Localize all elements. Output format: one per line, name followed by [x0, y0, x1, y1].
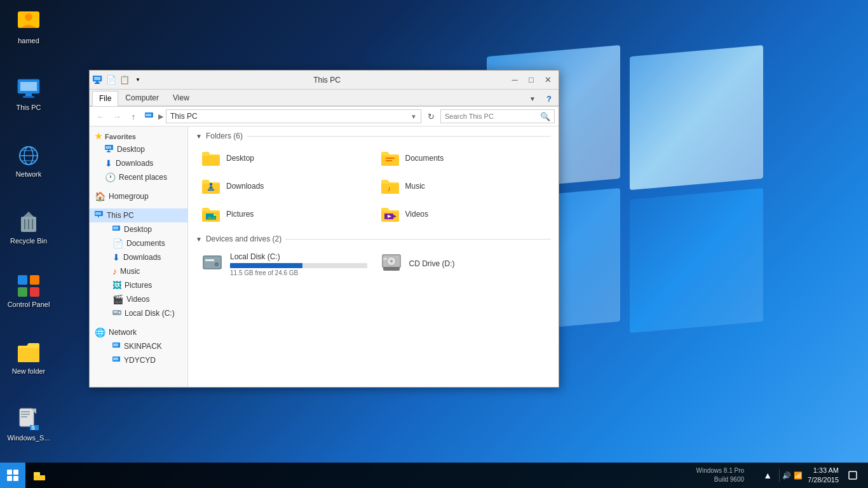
svg-rect-28	[94, 77, 100, 80]
drive-item-c[interactable]: Local Disk (C:) 11.5 GB free of 24.6 GB	[196, 248, 372, 280]
desktop-icon-this-pc[interactable]: This PC	[6, 76, 51, 112]
svg-rect-41	[113, 227, 118, 230]
pc-documents-icon: 📄	[112, 238, 123, 248]
start-button[interactable]	[0, 463, 25, 488]
cd-drive-d-info: CD Drive (D:)	[409, 259, 546, 270]
downloads-nav-icon: ⬇	[105, 158, 112, 168]
explorer-title: This PC	[147, 76, 506, 85]
svg-rect-16	[18, 275, 27, 285]
folder-item-desktop[interactable]: Desktop	[196, 146, 372, 171]
forward-button[interactable]: →	[110, 109, 124, 123]
folder-documents-label: Documents	[405, 154, 444, 163]
desktop-icon-new-folder[interactable]: New folder	[6, 340, 51, 376]
sidebar-item-network[interactable]: 🌐 Network	[90, 325, 187, 339]
svg-marker-11	[24, 212, 34, 217]
desktop-icon-hamed[interactable]: hamed	[6, 10, 51, 45]
svg-text:S: S	[31, 424, 35, 431]
sidebar-item-skinpack[interactable]: SKINPACK	[90, 339, 187, 353]
folder-downloads-label: Downloads	[226, 182, 264, 191]
notification-button[interactable]	[844, 463, 862, 488]
svg-rect-52	[210, 183, 212, 186]
content-area: ★ Favorites Desktop	[90, 126, 559, 387]
svg-text:♪: ♪	[387, 184, 391, 193]
svg-rect-3	[20, 82, 37, 91]
window-controls: ─ □ ✕	[506, 72, 556, 88]
refresh-button[interactable]: ↻	[424, 109, 438, 123]
start-quad-br	[13, 476, 18, 481]
tb-qat-dropdown[interactable]: ▼	[132, 74, 144, 86]
taskbar-explorer-btn[interactable]	[25, 463, 53, 488]
ribbon-expand-btn[interactable]: ▼	[526, 92, 539, 105]
close-button[interactable]: ✕	[539, 72, 556, 88]
network-status-icon[interactable]: 📶	[794, 471, 803, 480]
folder-pictures-label: Pictures	[226, 210, 254, 219]
up-button[interactable]: ↑	[126, 109, 140, 123]
folder-item-downloads[interactable]: Downloads	[196, 173, 372, 199]
devices-collapse[interactable]: ▼	[196, 236, 202, 243]
sidebar-item-recent-places[interactable]: 🕐 Recent places	[90, 170, 187, 184]
tab-file[interactable]: File	[92, 91, 118, 106]
nav-pane: ★ Favorites Desktop	[90, 126, 188, 387]
svg-rect-46	[113, 344, 118, 347]
sidebar-item-pc-pictures[interactable]: 🖼 Pictures	[90, 278, 187, 292]
start-quad-tr	[13, 470, 18, 475]
folders-divider	[247, 136, 551, 137]
sidebar-item-downloads[interactable]: ⬇ Downloads	[90, 156, 187, 170]
svg-rect-70	[383, 258, 387, 260]
svg-rect-48	[113, 358, 118, 361]
svg-rect-43	[114, 311, 118, 313]
folder-item-pictures[interactable]: Pictures	[196, 201, 372, 227]
drive-bar	[230, 263, 302, 268]
folder-item-documents[interactable]: Documents	[375, 146, 552, 171]
sidebar-item-this-pc[interactable]: This PC	[90, 208, 187, 222]
folders-collapse[interactable]: ▼	[196, 133, 202, 140]
sidebar-item-pc-desktop[interactable]: Desktop	[90, 222, 187, 236]
desktop-icon-recycle-bin[interactable]: Recycle Bin	[6, 210, 51, 245]
maximize-button[interactable]: □	[523, 72, 539, 88]
drive-item-d[interactable]: CD Drive (D:)	[375, 248, 552, 280]
address-path[interactable]: This PC ▼	[166, 109, 421, 123]
volume-icon[interactable]: 🔊	[782, 471, 791, 480]
folder-item-music[interactable]: ♪ Music	[375, 173, 552, 199]
this-pc-label: This PC	[16, 104, 41, 112]
folder-item-videos[interactable]: Videos	[375, 201, 552, 227]
sidebar-item-pc-documents[interactable]: 📄 Documents	[90, 236, 187, 250]
svg-point-65	[216, 263, 218, 265]
tab-view[interactable]: View	[166, 90, 196, 105]
favorites-header[interactable]: ★ Favorites	[90, 129, 187, 142]
folder-documents-icon	[380, 149, 400, 167]
taskbar-clock[interactable]: 1:33 AM 7/28/2015	[808, 466, 839, 485]
search-box[interactable]: 🔍	[440, 109, 555, 123]
pc-desktop-icon	[112, 224, 121, 234]
back-button[interactable]: ←	[93, 109, 107, 123]
recent-places-nav-icon: 🕐	[105, 172, 116, 182]
sidebar-item-ydycyd[interactable]: YDYCYD	[90, 353, 187, 367]
homegroup-section: 🏠 Homegroup	[90, 187, 187, 206]
desktop-nav-icon	[105, 144, 114, 154]
network-section: 🌐 Network SKINPACK	[90, 323, 187, 370]
address-bar: ← → ↑ ▶ This PC ▼ ↻ 🔍	[90, 107, 559, 126]
desktop-icon-network[interactable]: Network	[6, 143, 51, 179]
sidebar-item-pc-videos[interactable]: 🎬 Videos	[90, 292, 187, 306]
ribbon-help-btn[interactable]: ?	[542, 92, 556, 105]
windows-s-label: Windows_S...	[7, 434, 50, 442]
sidebar-item-pc-local-disk[interactable]: Local Disk (C:)	[90, 306, 187, 320]
minimize-button[interactable]: ─	[506, 72, 523, 88]
svg-rect-62	[204, 257, 220, 268]
sidebar-item-pc-music[interactable]: ♪ Music	[90, 264, 187, 278]
address-dropdown[interactable]: ▼	[410, 113, 417, 120]
sidebar-item-pc-downloads[interactable]: ⬇ Downloads	[90, 250, 187, 264]
sidebar-item-homegroup[interactable]: 🏠 Homegroup	[90, 189, 187, 203]
new-folder-label: New folder	[12, 367, 46, 376]
svg-rect-53	[208, 189, 214, 191]
sidebar-item-desktop[interactable]: Desktop	[90, 142, 187, 156]
desktop-icon-windows-s[interactable]: S Windows_S...	[6, 407, 51, 442]
start-icon	[7, 470, 18, 481]
chevron-up-icon[interactable]: ▲	[759, 463, 776, 488]
recycle-bin-icon	[16, 210, 41, 235]
svg-point-57	[214, 214, 216, 216]
search-input[interactable]	[445, 112, 538, 120]
cd-drive-icon	[380, 253, 403, 276]
desktop-icon-control-panel[interactable]: Control Panel	[6, 273, 51, 309]
tab-computer[interactable]: Computer	[118, 90, 166, 105]
